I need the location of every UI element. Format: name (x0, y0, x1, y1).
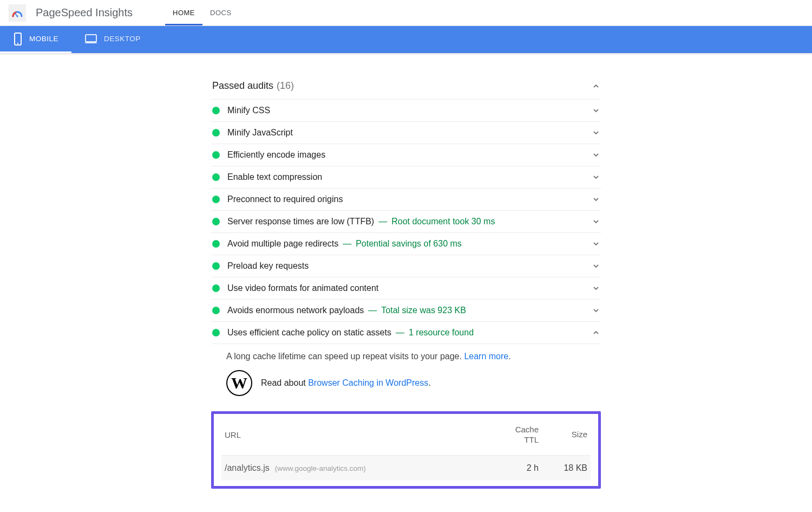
audit-detail: Root document took 30 ms (391, 217, 495, 226)
svg-rect-6 (85, 42, 97, 43)
audit-row[interactable]: Preconnect to required origins (211, 189, 601, 211)
audit-title: Efficiently encode images (227, 150, 325, 160)
status-pass-icon (212, 107, 220, 114)
status-pass-icon (212, 151, 220, 159)
passed-audits-header[interactable]: Passed audits (16) (211, 75, 601, 100)
svg-line-1 (15, 14, 17, 16)
audit-row[interactable]: Preload key requests (211, 255, 601, 277)
chevron-down-icon (592, 151, 600, 159)
col-url: URL (225, 430, 490, 439)
platform-tip: WRead about Browser Caching in WordPress… (211, 369, 601, 406)
resource-size: 18 KB (539, 463, 587, 473)
audit-row[interactable]: Minify JavaScript (211, 122, 601, 144)
col-size: Size (539, 430, 587, 440)
status-pass-icon (212, 129, 220, 137)
audit-separator: — (378, 217, 387, 226)
chevron-down-icon (592, 240, 600, 248)
app-title: PageSpeed Insights (36, 7, 133, 19)
platform-tip-text: Read about Browser Caching in WordPress. (261, 378, 431, 388)
chevron-down-icon (592, 107, 600, 114)
audit-row[interactable]: Use video formats for animated content (211, 277, 601, 300)
chevron-down-icon (592, 262, 600, 270)
app-logo (9, 4, 26, 22)
chevron-down-icon (592, 129, 600, 137)
app-header: PageSpeed Insights HOME DOCS (0, 0, 812, 26)
chevron-down-icon (592, 307, 600, 314)
svg-rect-5 (86, 35, 96, 42)
audit-content: Passed audits (16) Minify CSSMinify Java… (211, 53, 601, 510)
audit-row[interactable]: Uses efficient cache policy on static as… (211, 322, 601, 344)
tab-label: HOME (173, 9, 195, 17)
table-header-row: URLCacheTTLSize (221, 419, 591, 456)
audit-title: Enable text compression (227, 172, 322, 182)
chevron-up-icon (592, 82, 600, 90)
gauge-icon (11, 7, 24, 20)
audit-row[interactable]: Enable text compression (211, 166, 601, 189)
tab-label: DOCS (210, 9, 232, 17)
section-count: (16) (277, 80, 294, 92)
status-pass-icon (212, 307, 220, 314)
tab-docs[interactable]: DOCS (202, 2, 239, 25)
status-pass-icon (212, 262, 220, 270)
audit-title: Avoids enormous network payloads (227, 306, 364, 315)
chevron-down-icon (592, 173, 600, 181)
device-tab-label: DESKTOP (104, 35, 141, 43)
audit-title: Uses efficient cache policy on static as… (227, 328, 391, 338)
resource-path: /analytics.js (225, 463, 270, 473)
audit-title: Preload key requests (227, 261, 309, 271)
status-pass-icon (212, 240, 220, 248)
audit-title: Minify CSS (227, 106, 270, 115)
section-title: Passed audits (212, 80, 273, 92)
status-pass-icon (212, 329, 220, 336)
device-tabs: MOBILE DESKTOP (0, 26, 812, 53)
svg-point-4 (17, 42, 18, 43)
audit-title: Preconnect to required origins (227, 195, 343, 204)
desktop-icon (84, 34, 97, 44)
audit-row[interactable]: Avoid multiple page redirects—Potential … (211, 233, 601, 255)
top-tabs: HOME DOCS (165, 0, 239, 25)
audit-description: A long cache lifetime can speed up repea… (211, 344, 601, 369)
wordpress-caching-link[interactable]: Browser Caching in WordPress (308, 378, 428, 387)
status-pass-icon (212, 196, 220, 203)
device-tab-label: MOBILE (29, 35, 58, 43)
status-pass-icon (212, 218, 220, 225)
audits-list: Minify CSSMinify JavaScriptEfficiently e… (211, 100, 601, 489)
status-pass-icon (212, 173, 220, 181)
cache-policy-table: URLCacheTTLSize/analytics.js(www.google-… (211, 411, 601, 489)
col-cache-ttl: CacheTTL (490, 425, 539, 445)
device-tab-desktop[interactable]: DESKTOP (71, 26, 154, 53)
device-tab-mobile[interactable]: MOBILE (0, 26, 71, 53)
resource-host: (www.google-analytics.com) (275, 464, 366, 472)
audit-separator: — (343, 239, 351, 249)
audit-row[interactable]: Avoids enormous network payloads—Total s… (211, 300, 601, 322)
desc-text: A long cache lifetime can speed up repea… (226, 352, 464, 361)
audit-separator: — (368, 306, 377, 315)
audit-title: Minify JavaScript (227, 128, 293, 138)
audit-title: Use video formats for animated content (227, 283, 378, 293)
chevron-down-icon (592, 218, 600, 225)
chevron-up-icon (592, 329, 600, 336)
audit-detail: Total size was 923 KB (381, 306, 466, 315)
audit-title: Avoid multiple page redirects (227, 239, 338, 249)
audit-row[interactable]: Server response times are low (TTFB)—Roo… (211, 211, 601, 233)
status-pass-icon (212, 284, 220, 292)
learn-more-link[interactable]: Learn more (464, 352, 508, 361)
mobile-icon (13, 33, 23, 46)
chevron-down-icon (592, 196, 600, 203)
audit-row[interactable]: Minify CSS (211, 100, 601, 122)
audit-detail: 1 resource found (409, 328, 474, 338)
tab-home[interactable]: HOME (165, 2, 202, 25)
audit-separator: — (396, 328, 404, 338)
table-row: /analytics.js(www.google-analytics.com)2… (221, 456, 591, 481)
chevron-down-icon (592, 284, 600, 292)
audit-detail: Potential savings of 630 ms (356, 239, 462, 249)
resource-ttl: 2 h (490, 463, 539, 473)
audit-row[interactable]: Efficiently encode images (211, 144, 601, 166)
wordpress-icon: W (226, 370, 252, 396)
audit-title: Server response times are low (TTFB) (227, 217, 374, 226)
